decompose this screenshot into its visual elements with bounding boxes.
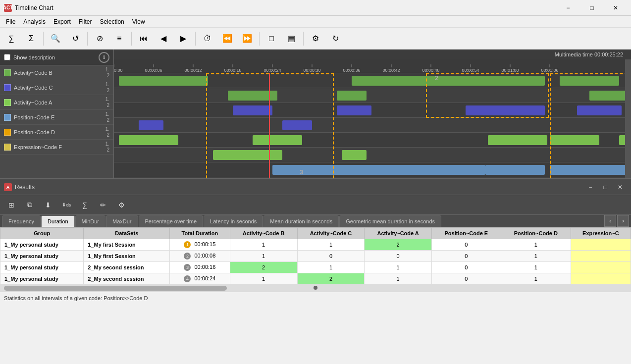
block-b1-1[interactable] — [119, 76, 208, 86]
row4-badge: 4 — [184, 275, 191, 282]
results-settings-button[interactable]: ⚙ — [113, 197, 130, 213]
block-a1-2[interactable] — [253, 135, 302, 145]
track-row-5 — [114, 133, 625, 148]
col-datasets: DataSets — [84, 228, 170, 239]
block-c2-1[interactable] — [139, 120, 163, 130]
results-header: A Results − □ ✕ — [0, 179, 631, 195]
chart-scrollbar[interactable] — [625, 59, 631, 178]
horizontal-scrollbar[interactable] — [0, 285, 631, 292]
block-a1-3[interactable] — [488, 135, 547, 145]
legend-nums-b: 1.2 — [105, 67, 109, 79]
col-code-d: Position~Code D — [501, 228, 571, 239]
filter-button[interactable]: ≡ — [110, 30, 129, 48]
toolbar-separator-3 — [131, 32, 132, 46]
tab-frequency[interactable]: Frequency — [2, 215, 41, 227]
close-button[interactable]: ✕ — [604, 0, 627, 16]
row1-code-b: 1 — [230, 239, 297, 251]
legend-color-e — [4, 114, 11, 121]
menu-export[interactable]: Export — [50, 17, 75, 26]
menu-filter[interactable]: Filter — [75, 17, 96, 26]
row1-badge: 1 — [184, 241, 191, 248]
block-b2-2[interactable] — [337, 91, 367, 101]
menu-view[interactable]: View — [128, 17, 149, 26]
sigma-button[interactable]: Σ — [22, 30, 41, 48]
window-button[interactable]: □ — [262, 30, 281, 48]
results-edit-button[interactable]: ✏ — [95, 197, 111, 213]
results-maximize-button[interactable]: □ — [598, 181, 612, 193]
block-b2-1[interactable] — [228, 91, 277, 101]
tab-mean-duration[interactable]: Mean duration in seconds — [263, 215, 339, 227]
play-back-button[interactable]: ◀ — [154, 30, 173, 48]
results-download-xls-button[interactable]: ⬇xls — [58, 197, 75, 213]
block-a1-5[interactable] — [619, 135, 625, 145]
show-description-checkbox[interactable]: Show description — [4, 54, 55, 60]
tab-geometric-mean[interactable]: Geometric mean duration in seconds — [339, 215, 441, 227]
tick-11: 00:01:06 — [541, 64, 558, 73]
results-close-button[interactable]: ✕ — [613, 181, 627, 193]
media-button[interactable]: ⏱ — [198, 30, 217, 48]
block-a2-1[interactable] — [213, 150, 282, 160]
track-row-3 — [114, 103, 625, 118]
menu-selection[interactable]: Selection — [96, 17, 128, 26]
row3-code-b: 2 — [230, 262, 297, 273]
tab-percentage[interactable]: Percentage over time — [139, 215, 204, 227]
minimize-button[interactable]: − — [557, 0, 579, 16]
results-grid-button[interactable]: ⊞ — [3, 197, 20, 213]
tick-8: 00:00:48 — [422, 64, 439, 73]
block-c1-3[interactable] — [466, 105, 545, 115]
zoom-button[interactable]: 🔍 — [46, 30, 65, 48]
menu-file[interactable]: File — [2, 17, 19, 26]
menu-analysis[interactable]: Analysis — [19, 17, 50, 26]
results-copy-button[interactable]: ⧉ — [21, 197, 38, 213]
sync-back-button[interactable]: ⏪ — [218, 30, 237, 48]
row3-code-f — [571, 262, 631, 273]
block-c1-1[interactable] — [233, 105, 272, 115]
refresh-button[interactable]: ↻ — [326, 30, 345, 48]
tab-maxdur[interactable]: MaxDur — [106, 215, 138, 227]
maximize-button[interactable]: □ — [580, 0, 603, 16]
sum-button[interactable]: ∑ — [2, 30, 21, 48]
block-e1-3[interactable] — [550, 165, 625, 175]
info-button[interactable]: ℹ — [99, 52, 109, 63]
block-b1-2[interactable] — [352, 76, 545, 86]
step-back-button[interactable]: ⏮ — [134, 30, 153, 48]
block-c1-2[interactable] — [337, 105, 371, 115]
results-minimize-button[interactable]: − — [583, 181, 597, 193]
results-download-button[interactable]: ⬇ — [40, 197, 56, 213]
block-a1-4[interactable] — [550, 135, 599, 145]
scrollbar-thumb[interactable] — [4, 286, 227, 291]
undo-button[interactable]: ↺ — [66, 30, 85, 48]
results-win-controls: − □ ✕ — [583, 181, 627, 193]
row3-badge: 3 — [184, 264, 191, 271]
legend-item-code-f: Expression~Code F 1.2 — [0, 140, 113, 155]
panel-button[interactable]: ▤ — [282, 30, 301, 48]
tab-next-button[interactable]: › — [617, 215, 629, 227]
col-total-duration: Total Duration — [170, 228, 230, 239]
block-a1-1[interactable] — [119, 135, 178, 145]
block-e1-2[interactable] — [485, 165, 545, 175]
results-sum-button[interactable]: ∑ — [76, 197, 93, 213]
filter-active-button[interactable]: ⊘ — [90, 30, 109, 48]
tab-mindur[interactable]: MinDur — [75, 215, 105, 227]
timeline-area[interactable]: 00:00:00 00:00:06 00:00:12 00:00:18 00:0… — [114, 59, 625, 178]
tab-prev-button[interactable]: ‹ — [604, 215, 616, 227]
show-description-input[interactable] — [4, 54, 10, 60]
tab-duration[interactable]: Duration — [41, 215, 75, 227]
window-title: Timeline Chart — [15, 4, 557, 11]
sync-fwd-button[interactable]: ⏩ — [238, 30, 257, 48]
tab-latency[interactable]: Latency in seconds — [204, 215, 263, 227]
table-row-4: 1_My personal study 2_My second session … — [0, 273, 631, 285]
toolbar-separator-4 — [195, 32, 196, 46]
toolbar-separator-1 — [43, 32, 44, 46]
block-e1-1[interactable] — [272, 165, 485, 175]
row1-code-d: 1 — [501, 239, 571, 251]
block-a2-2[interactable] — [342, 150, 367, 160]
block-c2-2[interactable] — [282, 120, 312, 130]
block-b2-3[interactable] — [589, 91, 625, 101]
col-code-c: Activity~Code C — [297, 228, 365, 239]
title-bar: ACT Timeline Chart − □ ✕ — [0, 0, 631, 16]
block-c1-4[interactable] — [577, 105, 622, 115]
block-b1-3[interactable] — [560, 76, 619, 86]
play-fwd-button[interactable]: ▶ — [174, 30, 193, 48]
settings-button[interactable]: ⚙ — [306, 30, 325, 48]
